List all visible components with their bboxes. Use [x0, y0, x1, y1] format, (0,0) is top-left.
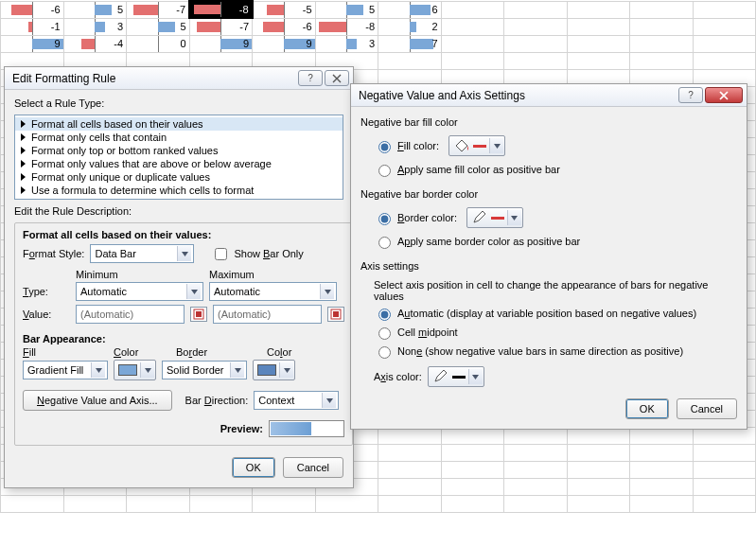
- cell[interactable]: [630, 35, 694, 52]
- cell[interactable]: [441, 52, 504, 69]
- bar-direction-combo[interactable]: Context: [254, 391, 339, 410]
- cell[interactable]: [1, 495, 64, 512]
- neg-fill-color-picker[interactable]: [448, 135, 505, 156]
- cell[interactable]: [127, 495, 190, 512]
- cell[interactable]: [630, 1, 694, 18]
- cell[interactable]: 9: [1, 35, 64, 52]
- cell[interactable]: [504, 495, 568, 512]
- cell[interactable]: [504, 478, 568, 495]
- cell[interactable]: -4: [63, 35, 127, 52]
- fill-combo[interactable]: Gradient Fill: [23, 361, 108, 379]
- border-color-radio[interactable]: Border color:: [374, 207, 737, 228]
- rule-type-item[interactable]: Format only unique or duplicate values: [15, 170, 343, 184]
- cell[interactable]: [378, 444, 442, 461]
- cell[interactable]: [378, 461, 442, 478]
- cell[interactable]: [441, 461, 504, 478]
- rule-type-item[interactable]: Format only cells that contain: [15, 131, 343, 144]
- close-button[interactable]: [705, 87, 743, 103]
- cell[interactable]: [441, 1, 504, 18]
- cell[interactable]: [441, 35, 504, 52]
- fill-color-radio-input[interactable]: [378, 141, 391, 153]
- cancel-button[interactable]: Cancel: [283, 457, 343, 478]
- axis-midpoint-radio-input[interactable]: [378, 327, 391, 340]
- close-button[interactable]: [325, 70, 349, 86]
- cell[interactable]: [504, 35, 568, 52]
- cancel-button[interactable]: Cancel: [677, 398, 737, 419]
- apply-same-fill-radio-input[interactable]: [378, 165, 391, 177]
- cell[interactable]: 9: [189, 35, 253, 52]
- show-bar-only-checkbox[interactable]: Show Bar Only: [211, 245, 303, 263]
- cell[interactable]: [441, 444, 504, 461]
- cell[interactable]: -5: [253, 1, 316, 18]
- cell[interactable]: [441, 18, 504, 35]
- help-button[interactable]: ?: [298, 70, 323, 86]
- apply-same-border-radio-input[interactable]: [378, 237, 391, 249]
- axis-none-radio[interactable]: None (show negative value bars in same d…: [374, 344, 737, 359]
- cell[interactable]: [378, 478, 442, 495]
- cell[interactable]: [693, 444, 756, 461]
- axis-color-picker[interactable]: [428, 366, 484, 387]
- cell[interactable]: 0: [127, 35, 190, 52]
- neg-border-color-picker[interactable]: [466, 207, 523, 228]
- format-style-combo[interactable]: Data Bar: [90, 244, 194, 263]
- dialog-titlebar[interactable]: Edit Formatting Rule ?: [5, 67, 353, 90]
- cell[interactable]: [567, 478, 630, 495]
- axis-none-radio-input[interactable]: [378, 346, 391, 359]
- cell[interactable]: [693, 461, 756, 478]
- value-max-field[interactable]: (Automatic): [213, 305, 322, 324]
- cell[interactable]: [315, 495, 378, 512]
- cell[interactable]: [693, 1, 756, 18]
- axis-automatic-radio[interactable]: Automatic (display at variable position …: [374, 306, 737, 321]
- border-combo[interactable]: Solid Border: [162, 361, 247, 379]
- cell[interactable]: 3: [315, 35, 378, 52]
- range-picker-icon[interactable]: [190, 307, 207, 322]
- axis-automatic-radio-input[interactable]: [378, 309, 391, 321]
- type-max-combo[interactable]: Automatic: [209, 282, 337, 301]
- cell[interactable]: [567, 18, 630, 35]
- rule-type-item[interactable]: Format only values that are above or bel…: [15, 157, 343, 170]
- fill-color-radio[interactable]: Fill color:: [374, 135, 737, 156]
- value-min-field[interactable]: (Automatic): [76, 305, 185, 324]
- cell[interactable]: [567, 1, 630, 18]
- help-button[interactable]: ?: [678, 87, 703, 103]
- cell[interactable]: [504, 1, 568, 18]
- type-min-combo[interactable]: Automatic: [76, 282, 203, 301]
- cell[interactable]: [378, 52, 442, 69]
- border-color-picker[interactable]: [253, 360, 295, 380]
- cell[interactable]: [693, 478, 756, 495]
- cell[interactable]: [630, 478, 694, 495]
- cell[interactable]: [693, 35, 756, 52]
- cell[interactable]: -1: [1, 18, 64, 35]
- axis-midpoint-radio[interactable]: Cell midpoint: [374, 325, 737, 340]
- border-color-radio-input[interactable]: [378, 213, 391, 225]
- cell[interactable]: [567, 35, 630, 52]
- cell[interactable]: [504, 18, 568, 35]
- cell[interactable]: 7: [378, 35, 442, 52]
- fill-color-picker[interactable]: [114, 360, 156, 380]
- negative-value-and-axis-button[interactable]: Negative Value and Axis...: [23, 390, 172, 411]
- ok-button[interactable]: OK: [625, 398, 669, 419]
- cell[interactable]: [630, 461, 694, 478]
- cell[interactable]: 9: [253, 35, 316, 52]
- cell[interactable]: [693, 495, 756, 512]
- cell[interactable]: -7: [127, 1, 190, 18]
- cell[interactable]: [189, 495, 253, 512]
- cell[interactable]: [693, 52, 756, 69]
- rule-type-item[interactable]: Format all cells based on their values: [15, 117, 343, 131]
- cell[interactable]: [630, 444, 694, 461]
- cell[interactable]: [441, 495, 504, 512]
- cell[interactable]: [504, 461, 568, 478]
- cell[interactable]: -8: [315, 18, 378, 35]
- ok-button[interactable]: OK: [232, 457, 275, 478]
- cell[interactable]: [630, 52, 694, 69]
- cell[interactable]: 5: [127, 18, 190, 35]
- rule-type-list[interactable]: Format all cells based on their valuesFo…: [14, 115, 343, 200]
- cell[interactable]: [567, 461, 630, 478]
- cell[interactable]: -8: [189, 1, 253, 18]
- cell[interactable]: [567, 444, 630, 461]
- cell[interactable]: [567, 495, 630, 512]
- cell[interactable]: [630, 18, 694, 35]
- cell[interactable]: [441, 478, 504, 495]
- cell[interactable]: [567, 52, 630, 69]
- apply-same-fill-radio[interactable]: Apply same fill color as positive bar: [374, 162, 737, 177]
